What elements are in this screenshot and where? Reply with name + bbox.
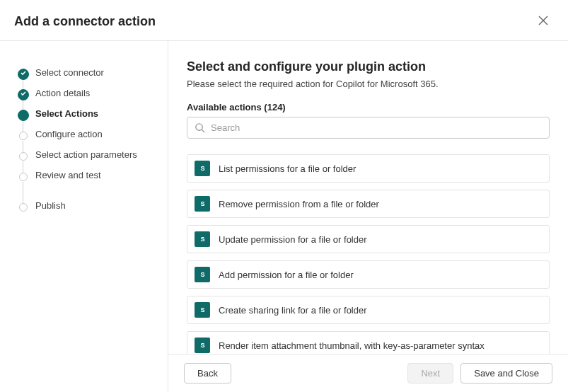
action-label: Remove permission from a file or folder xyxy=(219,199,379,209)
action-item[interactable]: SRemove permission from a file or folder xyxy=(187,190,550,218)
search-input[interactable] xyxy=(205,122,542,134)
wizard-step[interactable]: Select connector xyxy=(14,62,156,83)
action-item[interactable]: SUpdate permission for a file or folder xyxy=(187,225,550,253)
action-item[interactable]: SCreate sharing link for a file or folde… xyxy=(187,296,550,324)
search-icon xyxy=(195,122,205,133)
back-button[interactable]: Back xyxy=(184,363,231,384)
action-item[interactable]: SList permissions for a file or folder xyxy=(187,154,550,183)
action-list: SList permissions for a file or folderSR… xyxy=(187,154,550,354)
main-description: Please select the required action for Co… xyxy=(187,79,550,89)
action-label: List permissions for a file or folder xyxy=(219,163,356,174)
wizard-step-label: Action details xyxy=(35,88,90,98)
wizard-step[interactable]: Configure action xyxy=(14,124,156,144)
action-label: Create sharing link for a file or folder xyxy=(219,305,367,316)
sharepoint-icon: S xyxy=(195,161,210,176)
available-actions-label: Available actions (124) xyxy=(187,102,550,113)
sharepoint-icon: S xyxy=(195,338,210,353)
sharepoint-icon: S xyxy=(195,231,210,247)
svg-line-3 xyxy=(202,129,204,132)
action-label: Render item attachment thumbnail, with k… xyxy=(219,340,485,351)
sharepoint-icon: S xyxy=(195,196,210,212)
title-bar: Add a connector action xyxy=(0,0,568,41)
check-icon xyxy=(20,69,27,76)
save-and-close-button[interactable]: Save and Close xyxy=(460,363,552,384)
action-label: Update permission for a file or folder xyxy=(219,234,367,245)
action-label: Add permission for a file or folder xyxy=(219,270,354,280)
sharepoint-icon: S xyxy=(195,302,210,318)
action-item[interactable]: SAdd permission for a file or folder xyxy=(187,260,550,289)
wizard-step-label: Publish xyxy=(35,200,66,211)
search-box[interactable] xyxy=(187,117,550,139)
sharepoint-icon: S xyxy=(195,267,210,282)
wizard-step-label: Select connector xyxy=(35,67,104,78)
wizard-steps-sidebar: Select connectorAction detailsSelect Act… xyxy=(0,41,168,392)
check-icon xyxy=(20,90,27,97)
main-panel: Select and configure your plugin action … xyxy=(168,41,568,392)
close-icon xyxy=(538,16,548,25)
wizard-step-label: Select Actions xyxy=(35,108,98,119)
next-button: Next xyxy=(407,363,453,384)
wizard-step[interactable]: Publish xyxy=(14,195,156,216)
main-heading: Select and configure your plugin action xyxy=(187,59,550,74)
footer-bar: Back Next Save and Close xyxy=(168,354,568,392)
wizard-step[interactable]: Review and test xyxy=(14,165,156,185)
wizard-step-label: Review and test xyxy=(35,170,101,180)
wizard-step[interactable]: Action details xyxy=(14,83,156,103)
wizard-step-label: Configure action xyxy=(35,129,103,139)
wizard-step-label: Select action parameters xyxy=(35,149,137,160)
svg-point-2 xyxy=(196,124,202,130)
wizard-step[interactable]: Select Actions xyxy=(14,103,156,124)
action-item[interactable]: SRender item attachment thumbnail, with … xyxy=(187,331,550,354)
dialog-title: Add a connector action xyxy=(14,14,156,29)
wizard-step[interactable]: Select action parameters xyxy=(14,144,156,165)
close-button[interactable] xyxy=(535,13,551,30)
